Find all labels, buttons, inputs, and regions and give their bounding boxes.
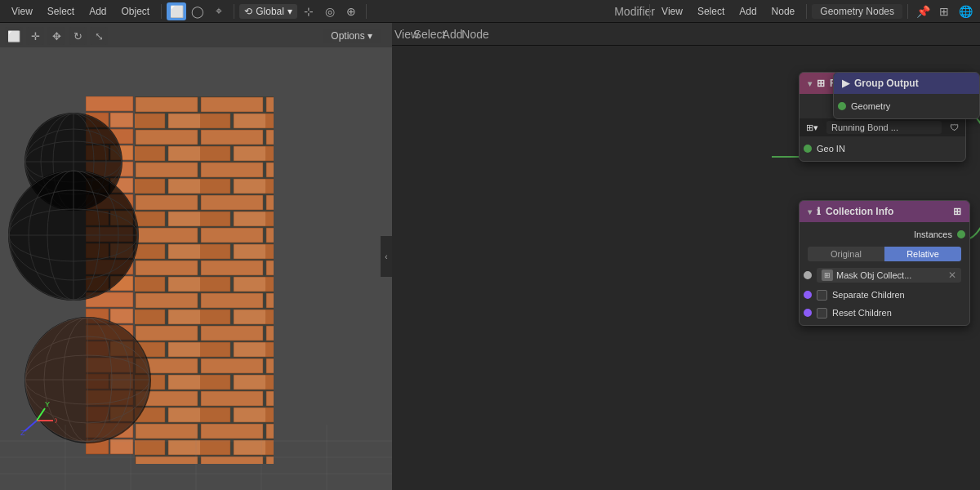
node-editor[interactable]: View Select Add Node ▾ ⊞ Running Bond 2.… [392,23,980,490]
ne-node-menu[interactable]: Node [466,25,485,43]
collection-info-body: Instances Original Relative ⊞ Mask Obj C… [800,222,969,325]
mode-dropdown[interactable]: Modifier [625,2,644,20]
ne-toolbar: View Select Add Node [392,23,980,46]
reset-children-checkbox[interactable] [817,308,827,318]
instances-socket[interactable] [957,230,965,238]
geometry-label: Geometry [851,101,890,111]
reset-children-socket[interactable] [804,309,812,317]
geometry-row: Geometry [834,97,979,115]
group-output-title: Group Output [854,78,919,89]
transform-toggle-group: Original Relative [808,247,961,261]
divider6 [907,4,908,19]
collection-socket[interactable] [804,271,812,279]
running-bond-icon: ⊞ [817,78,825,89]
proportional-icon[interactable]: ◎ [320,2,340,20]
brick-wall-main [135,96,274,464]
svg-text:X: X [55,416,57,425]
viewport-3d[interactable]: ⬜ ✛ ✥ ↻ ⤡ Options ▾ [0,23,392,490]
ne-select-menu[interactable]: Select [420,25,439,43]
toggle-relative[interactable]: Relative [884,247,961,261]
svg-text:Z: Z [20,429,25,437]
menu-view-right[interactable]: View [655,4,689,19]
toggle-row: Original Relative [800,243,969,265]
geometry-socket[interactable] [838,102,846,110]
options-button[interactable]: Options ▾ [323,29,381,43]
ne-header: View Select Add Node [397,25,485,43]
collection-info-title: Collection Info [826,206,893,217]
collection-close-btn[interactable]: ✕ [948,270,956,281]
snap-icon[interactable]: ⊹ [299,2,318,20]
node-collection-info-header: ▾ ℹ Collection Info ⊞ [800,201,969,222]
geometry-nodes-label: Geometry Nodes [812,4,902,19]
menu-node-right[interactable]: Node [765,4,802,19]
viewport-toolbar: ⬜ ✛ ✥ ↻ ⤡ Options ▾ [0,23,392,49]
ci-icon: ℹ [817,206,821,217]
viewport-select-icon[interactable]: ⬜ [5,27,23,45]
transform-arrow: ▾ [287,6,292,17]
node-collection-info[interactable]: ▾ ℹ Collection Info ⊞ Instances Original… [799,200,970,326]
collapse-arrow[interactable]: ▾ [808,79,812,88]
main-layout: ⬜ ✛ ✥ ↻ ⤡ Options ▾ [0,23,980,490]
top-menu-bar: View Select Add Object ⬜ ◯ ⌖ ⟲ Global ▾ … [0,0,980,23]
brick-svg-main [135,96,274,464]
rb-shield-icon: 🛡 [950,122,959,132]
gizmo-icon[interactable]: 🌐 [956,2,975,20]
svg-line-70 [37,408,45,421]
divider [161,4,162,19]
lasso-icon[interactable]: ⌖ [209,2,229,20]
divider5 [806,4,807,19]
overlay-icon[interactable]: ⊞ [934,2,954,20]
separate-children-label: Separate Children [832,290,905,300]
toggle-original[interactable]: Original [808,247,884,261]
ci-collapse-arrow[interactable]: ▾ [808,207,812,216]
extra-icon[interactable]: ⊕ [341,2,361,20]
sphere-middle [8,170,139,301]
divider4 [649,4,650,19]
separate-children-row: Separate Children [800,286,969,304]
rb-dropdown-icon: ⊞▾ [806,122,818,133]
transform-selector[interactable]: ⟲ Global ▾ [239,4,297,19]
menu-object[interactable]: Object [115,4,157,19]
connector-bricks-out-in [966,113,980,179]
svg-line-71 [24,421,37,431]
menu-add-right[interactable]: Add [733,4,763,19]
viewport-cursor-icon[interactable]: ✛ [26,27,44,45]
ci-menu-icon[interactable]: ⊞ [953,206,961,217]
running-bond-sub-row: ⊞▾ Running Bond ... 🛡 [800,118,965,136]
rb-subheader[interactable]: Running Bond ... [826,121,942,134]
viewport-scale-icon[interactable]: ⤡ [90,27,108,45]
node-group-output[interactable]: ▶ Group Output Geometry [833,72,980,119]
group-output-body: Geometry [834,94,979,118]
ne-add-menu[interactable]: Add [443,25,462,43]
grid-svg [0,425,392,490]
reset-children-label: Reset Children [832,308,892,318]
sphere-wireframe-svg2 [8,170,139,301]
svg-rect-20 [110,309,133,323]
pin-icon[interactable]: 📌 [913,2,933,20]
viewport-collapse-btn[interactable]: ‹ [381,236,392,277]
divider2 [234,4,234,19]
select-box-icon[interactable]: ⬜ [167,2,186,20]
menu-select-right[interactable]: Select [691,4,731,19]
circle-select-icon[interactable]: ◯ [188,2,207,20]
viewport-rotate-icon[interactable]: ↻ [69,27,87,45]
viewport-move-icon[interactable]: ✥ [47,27,65,45]
axis-indicator: X Y Z [16,400,57,441]
transform-label: Global [256,6,284,17]
svg-text:Y: Y [45,400,50,408]
separate-children-checkbox[interactable] [817,290,827,301]
collection-name-field[interactable]: ⊞ Mask Obj Collect... ✕ [817,268,961,283]
go-icon: ▶ [842,78,849,89]
menu-select[interactable]: Select [41,4,81,19]
reset-children-row: Reset Children [800,304,969,322]
menu-add[interactable]: Add [82,4,113,19]
geo-in-row: Geo IN [800,140,965,158]
node-group-output-header: ▶ Group Output [834,73,979,94]
svg-rect-2 [110,113,133,127]
separate-children-socket[interactable] [804,291,812,299]
svg-rect-0 [86,96,133,111]
svg-rect-38 [135,96,274,464]
transform-icon: ⟲ [244,6,252,17]
menu-view[interactable]: View [5,4,39,19]
geo-in-socket[interactable] [804,145,812,153]
